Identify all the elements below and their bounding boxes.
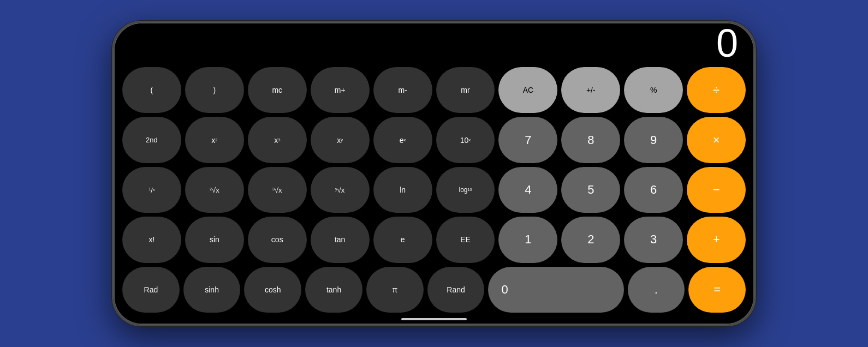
log10-button[interactable]: log10 [436,167,495,213]
row-5: Rad sinh cosh tanh π Rand 0 . = [122,267,746,313]
close-paren-button[interactable]: ) [185,67,244,113]
add-button[interactable]: + [687,217,746,262]
tan-button[interactable]: tan [311,217,370,262]
sin-button[interactable]: sin [185,217,244,262]
m-minus-button[interactable]: m- [373,67,432,113]
row-1: ( ) mc m+ m- mr AC +/- % ÷ [122,67,746,113]
row-3: 1/x 2√x 3√x y√x ln log10 4 5 6 − [122,167,746,213]
multiply-button[interactable]: × [687,117,746,163]
power-button [756,99,756,126]
mr-button[interactable]: mr [436,67,495,113]
plus-minus-button[interactable]: +/- [561,67,620,113]
open-paren-button[interactable]: ( [122,67,181,113]
rand-button[interactable]: Rand [427,267,485,313]
5-button[interactable]: 5 [561,167,620,213]
pi-button[interactable]: π [366,267,424,313]
ac-button[interactable]: AC [498,67,557,113]
tanh-button[interactable]: tanh [305,267,362,313]
sqrt3-button[interactable]: 3√x [248,167,307,213]
screen: 0 ( ) mc m+ m- mr AC +/- % ÷ 2nd x2 x3 [115,23,753,324]
ln-button[interactable]: ln [373,167,432,213]
9-button[interactable]: 9 [624,117,683,163]
m-plus-button[interactable]: m+ [311,67,370,113]
row-2: 2nd x2 x3 xy ex 10x 7 8 9 × [122,117,746,163]
rad-button[interactable]: Rad [122,267,180,313]
sinh-button[interactable]: sinh [183,267,241,313]
0-button[interactable]: 0 [488,267,623,313]
divide-button[interactable]: ÷ [687,67,746,113]
volume-down-button [112,110,112,125]
percent-button[interactable]: % [624,67,683,113]
cos-button[interactable]: cos [248,217,307,262]
cosh-button[interactable]: cosh [244,267,301,313]
volume-up-button [112,88,112,103]
2nd-button[interactable]: 2nd [122,117,181,163]
7-button[interactable]: 7 [498,117,557,163]
3-button[interactable]: 3 [624,217,683,262]
x-squared-button[interactable]: x2 [185,117,244,163]
x-cubed-button[interactable]: x3 [248,117,307,163]
reciprocal-button[interactable]: 1/x [122,167,181,213]
ee-button[interactable]: EE [436,217,495,262]
4-button[interactable]: 4 [498,167,557,213]
display-value: 0 [716,23,738,63]
home-indicator [401,318,467,320]
display-area: 0 [115,23,753,67]
mc-button[interactable]: mc [248,67,307,113]
sqrt2-button[interactable]: 2√x [185,167,244,213]
subtract-button[interactable]: − [687,167,746,213]
phone-frame: 0 ( ) mc m+ m- mr AC +/- % ÷ 2nd x2 x3 [112,21,756,326]
10-x-button[interactable]: 10x [436,117,495,163]
6-button[interactable]: 6 [624,167,683,213]
2-button[interactable]: 2 [561,217,620,262]
row-4: x! sin cos tan e EE 1 2 3 + [122,217,746,262]
decimal-button[interactable]: . [628,267,685,313]
buttons-area: ( ) mc m+ m- mr AC +/- % ÷ 2nd x2 x3 xy … [115,67,753,324]
sqrt-y-button[interactable]: y√x [311,167,370,213]
8-button[interactable]: 8 [561,117,620,163]
1-button[interactable]: 1 [498,217,557,262]
factorial-button[interactable]: x! [122,217,181,262]
e-button[interactable]: e [373,217,432,262]
x-y-button[interactable]: xy [311,117,370,163]
e-x-button[interactable]: ex [373,117,432,163]
equals-button[interactable]: = [688,267,746,313]
